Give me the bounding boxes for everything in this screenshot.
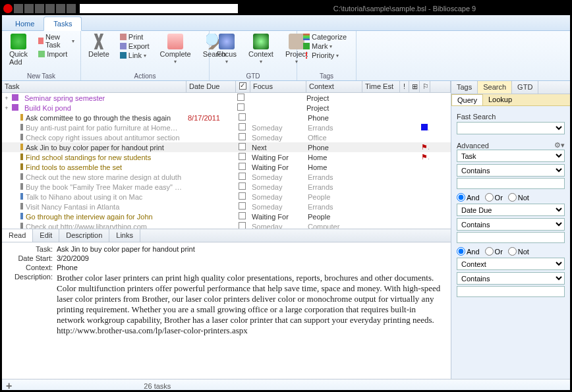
task-complete-cb[interactable] — [235, 113, 249, 122]
task-complete-cb[interactable] — [233, 103, 248, 112]
task-row[interactable]: Check out the new store marine design at… — [2, 172, 451, 182]
tab-tasks[interactable]: Tasks — [43, 16, 82, 31]
sp-sub-query[interactable]: Query — [451, 94, 483, 105]
tb-btn-4[interactable] — [45, 4, 55, 13]
task-complete-cb[interactable] — [235, 123, 249, 132]
context-button[interactable]: Context▾ — [245, 32, 277, 66]
task-row[interactable]: Visit Nancy Fantasi in AtlantaSomedayErr… — [2, 202, 451, 211]
task-complete-cb[interactable] — [235, 182, 249, 191]
r-or-2[interactable]: Or — [485, 247, 503, 256]
task-row[interactable]: Find school standings for new studentsWa… — [2, 152, 451, 162]
task-complete-cb[interactable] — [235, 202, 249, 211]
dtab-edit[interactable]: Edit — [33, 229, 59, 242]
col-task[interactable]: Task — [2, 81, 186, 92]
task-row[interactable]: +Seminar spring semesterProject — [2, 93, 451, 103]
task-row[interactable]: Buy the book "Family Tree Maker made eas… — [2, 182, 451, 192]
task-list[interactable]: +Seminar spring semesterProject+Build Ko… — [2, 93, 451, 229]
content: Task Date Due Focus Context Time Est ! ⊞… — [2, 81, 570, 379]
adv-field-2[interactable]: Date Due — [457, 204, 565, 216]
col-complete[interactable] — [236, 81, 250, 92]
categorize-button[interactable]: Categorize — [301, 32, 349, 42]
task-row[interactable]: Buy anti-rust paint for patio furniture … — [2, 123, 451, 132]
link-button[interactable]: Link▾ — [118, 51, 152, 60]
col-date-due[interactable]: Date Due — [186, 81, 236, 92]
complete-button[interactable]: Complete▾ — [157, 32, 194, 66]
task-context: Errands — [305, 173, 361, 181]
task-focus: Someday — [249, 173, 305, 181]
expand-icon[interactable]: + — [2, 105, 11, 111]
task-complete-cb[interactable] — [233, 94, 248, 102]
import-button[interactable]: Import — [36, 49, 76, 59]
task-complete-cb[interactable] — [235, 222, 249, 229]
adv-field-3[interactable]: Context — [457, 258, 565, 270]
task-complete-cb[interactable] — [235, 153, 249, 161]
r-and-1[interactable]: And — [457, 193, 480, 202]
task-row[interactable]: Ask Jin to buy color paper for handout p… — [2, 142, 451, 152]
mark-button[interactable]: Mark▾ — [301, 42, 349, 51]
task-row[interactable]: Find tools to assemble the setWaiting Fo… — [2, 162, 451, 172]
r-not-1[interactable]: Not — [508, 193, 529, 202]
gear-icon[interactable]: ⚙▾ — [554, 141, 565, 150]
task-flag[interactable] — [418, 124, 429, 132]
task-complete-cb[interactable] — [235, 143, 249, 152]
col-flag[interactable]: ⚐ — [420, 81, 430, 92]
tb-btn-2[interactable] — [24, 4, 34, 13]
tb-btn-6[interactable] — [67, 4, 76, 13]
priority-button[interactable]: Priority▾ — [301, 51, 349, 60]
task-focus: Someday — [249, 223, 305, 230]
status-add-button[interactable]: + — [6, 380, 12, 392]
app-icon[interactable] — [3, 4, 13, 13]
task-row[interactable]: +Build Koi pondProject — [2, 103, 451, 113]
task-complete-cb[interactable] — [235, 133, 249, 142]
delete-button[interactable]: Delete — [85, 32, 113, 59]
tab-home[interactable]: Home — [6, 17, 43, 30]
sp-tab-search[interactable]: Search — [478, 81, 512, 94]
adv-op-3[interactable]: Contains — [457, 272, 565, 285]
task-row[interactable]: Talk to Nihano about using it on MacSome… — [2, 192, 451, 202]
task-row[interactable]: Check out http://www.librarything.comSom… — [2, 221, 451, 229]
export-button[interactable]: Export — [118, 42, 152, 51]
task-complete-cb[interactable] — [235, 173, 249, 181]
print-button[interactable]: Print — [118, 32, 152, 42]
r-not-2[interactable]: Not — [508, 247, 529, 256]
task-row[interactable]: Go through the interview again for JohnW… — [2, 211, 451, 221]
col-time-est[interactable]: Time Est — [362, 81, 400, 92]
focus-button[interactable]: Focus▾ — [214, 32, 240, 66]
dtab-links[interactable]: Links — [109, 229, 140, 242]
adv-value-2[interactable] — [457, 232, 565, 243]
sp-tab-tags[interactable]: Tags — [451, 81, 478, 94]
adv-field-1[interactable]: Task — [457, 150, 565, 162]
tb-btn-5[interactable] — [56, 4, 65, 13]
dtab-read[interactable]: Read — [2, 229, 33, 242]
adv-op-2[interactable]: Contains — [457, 218, 565, 231]
col-priority[interactable]: ! — [400, 81, 409, 92]
quick-search-input[interactable] — [80, 4, 238, 13]
fast-search-select[interactable] — [457, 122, 565, 134]
task-row[interactable]: Check copy right issues about antitumor … — [2, 132, 451, 142]
r-and-2[interactable]: And — [457, 247, 480, 256]
sp-sub-lookup[interactable]: Lookup — [483, 94, 517, 105]
tb-btn-1[interactable] — [14, 4, 23, 13]
task-complete-cb[interactable] — [235, 212, 249, 221]
quick-add-button[interactable]: Quick Add — [6, 32, 31, 67]
col-context[interactable]: Context — [306, 81, 362, 92]
dtab-description[interactable]: Description — [59, 229, 109, 242]
adv-value-3[interactable] — [457, 286, 565, 297]
sp-tab-gtd[interactable]: GTD — [512, 81, 538, 94]
task-focus: Next — [249, 144, 305, 152]
adv-value-1[interactable] — [457, 178, 565, 189]
col-focus[interactable]: Focus — [250, 81, 306, 92]
task-row[interactable]: Ask committee to go through the thesis a… — [2, 113, 451, 123]
col-grid-icon[interactable]: ⊞ — [409, 81, 420, 92]
task-flag[interactable]: ⚑ — [418, 143, 429, 152]
plus-icon — [11, 34, 26, 49]
task-complete-cb[interactable] — [235, 163, 249, 171]
task-complete-cb[interactable] — [235, 192, 249, 201]
task-flag[interactable]: ⚑ — [418, 153, 429, 161]
r-or-1[interactable]: Or — [485, 193, 503, 202]
expand-icon[interactable]: + — [2, 95, 11, 101]
tb-btn-3[interactable] — [35, 4, 44, 13]
adv-op-1[interactable]: Contains — [457, 164, 565, 177]
task-context: Errands — [305, 203, 361, 211]
new-task-button[interactable]: New Task▾ — [36, 32, 76, 49]
